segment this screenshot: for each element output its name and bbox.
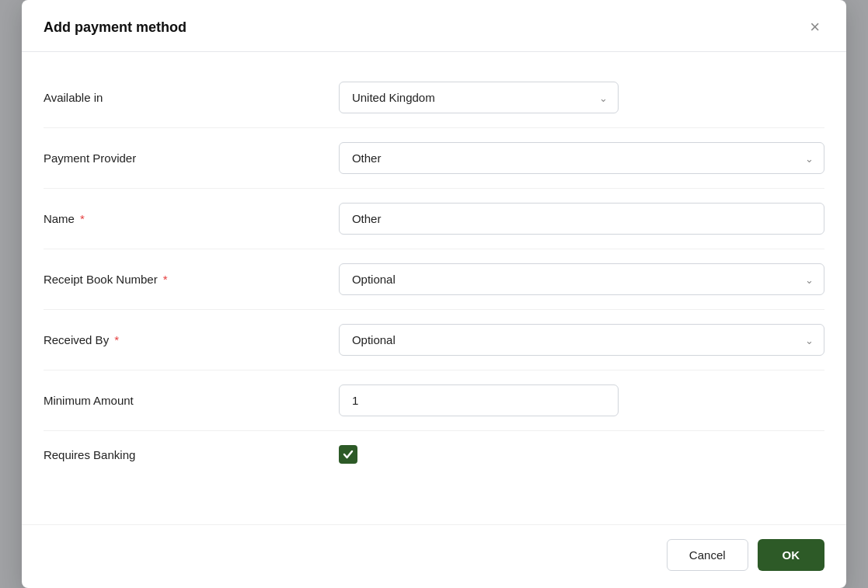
requires-banking-row: Requires Banking bbox=[44, 431, 824, 478]
minimum-amount-label: Minimum Amount bbox=[44, 394, 339, 407]
payment-provider-control: Other Stripe PayPal ⌄ bbox=[339, 142, 824, 174]
modal-overlay: Add payment method × Available in United… bbox=[0, 0, 868, 588]
checkmark-icon bbox=[343, 449, 354, 460]
modal-title: Add payment method bbox=[44, 19, 186, 36]
available-in-select[interactable]: United Kingdom Other bbox=[339, 82, 619, 113]
receipt-book-number-row: Receipt Book Number * Optional ⌄ bbox=[44, 249, 824, 310]
ok-button[interactable]: OK bbox=[758, 539, 825, 571]
receipt-book-number-control: Optional ⌄ bbox=[339, 263, 824, 295]
payment-provider-select[interactable]: Other Stripe PayPal bbox=[339, 142, 824, 174]
received-by-label: Received By * bbox=[44, 333, 339, 346]
payment-provider-select-wrapper: Other Stripe PayPal ⌄ bbox=[339, 142, 824, 174]
receipt-book-number-select[interactable]: Optional bbox=[339, 263, 824, 295]
available-in-row: Available in United Kingdom Other ⌄ bbox=[44, 68, 824, 128]
minimum-amount-control bbox=[339, 384, 824, 416]
payment-provider-label: Payment Provider bbox=[44, 151, 339, 165]
received-by-select[interactable]: Optional bbox=[339, 324, 824, 356]
name-required-marker: * bbox=[80, 212, 85, 225]
receipt-book-number-label: Receipt Book Number * bbox=[44, 273, 339, 286]
modal-body: Available in United Kingdom Other ⌄ Paym… bbox=[22, 52, 846, 524]
requires-banking-label: Requires Banking bbox=[44, 448, 339, 461]
close-button[interactable]: × bbox=[805, 17, 824, 37]
received-by-control: Optional ⌄ bbox=[339, 324, 824, 356]
receipt-book-required-marker: * bbox=[163, 273, 168, 286]
received-by-select-wrapper: Optional ⌄ bbox=[339, 324, 824, 356]
available-in-select-wrapper: United Kingdom Other ⌄ bbox=[339, 82, 619, 113]
requires-banking-control bbox=[339, 445, 824, 464]
name-control bbox=[339, 203, 824, 235]
minimum-amount-row: Minimum Amount bbox=[44, 371, 824, 431]
modal-header: Add payment method × bbox=[22, 0, 846, 52]
received-by-required-marker: * bbox=[114, 333, 119, 346]
minimum-amount-input[interactable] bbox=[339, 384, 619, 416]
requires-banking-checkbox[interactable] bbox=[339, 445, 357, 464]
payment-provider-row: Payment Provider Other Stripe PayPal ⌄ bbox=[44, 128, 824, 189]
receipt-book-number-select-wrapper: Optional ⌄ bbox=[339, 263, 824, 295]
minimum-amount-input-wrapper bbox=[339, 384, 619, 416]
modal-footer: Cancel OK bbox=[22, 524, 846, 588]
name-input[interactable] bbox=[339, 203, 824, 235]
name-row: Name * bbox=[44, 189, 824, 249]
add-payment-method-modal: Add payment method × Available in United… bbox=[22, 0, 846, 588]
name-label: Name * bbox=[44, 212, 339, 225]
received-by-row: Received By * Optional ⌄ bbox=[44, 310, 824, 371]
available-in-control: United Kingdom Other ⌄ bbox=[339, 82, 824, 113]
available-in-label: Available in bbox=[44, 91, 339, 104]
cancel-button[interactable]: Cancel bbox=[667, 539, 748, 571]
requires-banking-checkbox-wrapper bbox=[339, 445, 824, 464]
